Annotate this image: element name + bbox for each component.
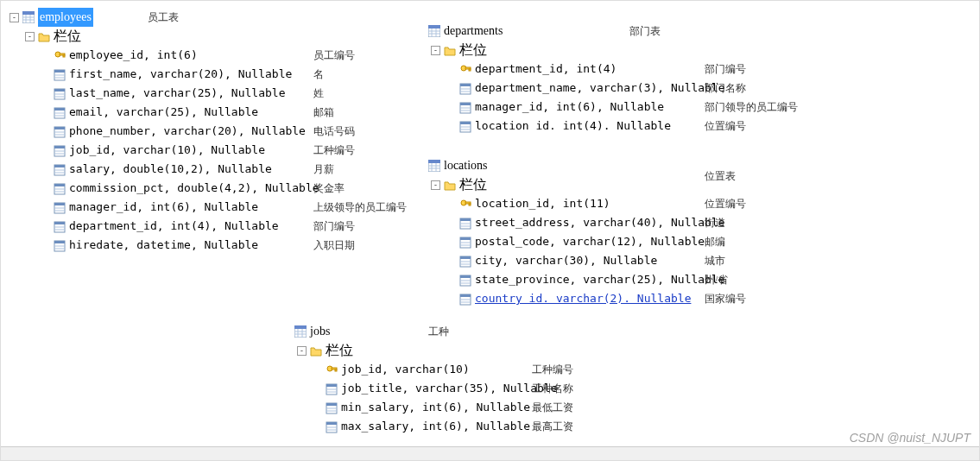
column-def[interactable]: manager_id, int(6), Nullable [69, 198, 258, 217]
column-desc: 部门领导的员工编号 [705, 98, 798, 117]
table-locations[interactable]: locations [444, 156, 488, 175]
column-desc: 工种编号 [313, 141, 407, 160]
folder-columns[interactable]: 栏位 [459, 175, 487, 194]
column-desc: 电话号码 [313, 122, 407, 141]
column-icon [459, 293, 471, 305]
table-desc: 工种 [428, 322, 449, 341]
column-desc: 员工编号 [313, 46, 407, 65]
expander-minus-icon[interactable]: - [25, 32, 35, 41]
column-desc: 城市 [705, 251, 746, 270]
column-icon [459, 101, 471, 113]
column-icon [54, 239, 66, 251]
column-def[interactable]: manager_id, int(6), Nullable [475, 98, 664, 117]
column-def[interactable]: city, varchar(30), Nullable [475, 251, 657, 270]
column-desc: 国家编号 [705, 289, 746, 308]
expander-minus-icon[interactable]: - [431, 180, 440, 190]
column-def[interactable]: max_salary, int(6), Nullable [341, 417, 530, 436]
column-def[interactable]: commission_pct, double(4,2), Nullable [69, 179, 319, 198]
key-icon [459, 63, 471, 75]
table-icon [22, 11, 35, 23]
column-def[interactable]: phone_number, varchar(20), Nullable [69, 122, 306, 141]
column-def[interactable]: job_id, varchar(10), Nullable [69, 141, 265, 160]
column-def[interactable]: hiredate, datetime, Nullable [69, 236, 258, 255]
column-def[interactable]: min_salary, int(6), Nullable [341, 398, 530, 417]
column-icon [326, 382, 338, 395]
column-icon [54, 220, 66, 232]
watermark: CSDN @nuist_NJUPT [850, 431, 971, 445]
column-icon [54, 144, 66, 156]
key-icon [54, 49, 66, 61]
table-icon [428, 25, 440, 37]
table-employees[interactable]: employees [38, 8, 93, 27]
column-icon [459, 120, 471, 132]
table-departments[interactable]: departments [444, 22, 503, 41]
column-icon [459, 236, 471, 248]
table-icon [428, 160, 440, 172]
column-def[interactable]: postal_code, varchar(12), Nullable [475, 232, 705, 251]
column-def[interactable]: country id. varchar(2). Nullable [475, 289, 691, 308]
expander-minus-icon[interactable]: - [297, 346, 307, 356]
table-icon [294, 325, 307, 338]
column-icon [326, 420, 338, 433]
column-desc: 名 [313, 65, 407, 84]
folder-columns[interactable]: 栏位 [459, 41, 487, 60]
column-desc: 部门名称 [705, 79, 798, 98]
column-desc: 入职日期 [313, 236, 407, 255]
column-desc: 州/省 [705, 270, 746, 289]
expander-minus-icon[interactable]: - [9, 13, 19, 22]
column-def[interactable]: job_id, varchar(10) [341, 360, 470, 379]
column-def[interactable]: department_id, int(4), Nullable [69, 217, 279, 236]
column-desc: 奖金率 [313, 179, 407, 198]
column-desc: 街道 [705, 213, 746, 232]
column-icon [54, 106, 66, 118]
column-icon [459, 217, 471, 229]
column-icon [459, 82, 471, 94]
column-desc: 部门编号 [705, 60, 798, 79]
table-desc: 位置表 [705, 167, 736, 186]
column-desc: 月薪 [313, 160, 407, 179]
folder-icon [444, 179, 456, 191]
column-def[interactable]: email, varchar(25), Nullable [69, 103, 258, 122]
column-def[interactable]: location id. int(4). Nullable [475, 117, 671, 136]
column-def[interactable]: department_id, int(4) [475, 60, 616, 79]
column-desc: 工种名称 [532, 379, 573, 398]
column-icon [459, 274, 471, 286]
folder-columns[interactable]: 栏位 [326, 341, 353, 360]
column-def[interactable]: salary, double(10,2), Nullable [69, 160, 272, 179]
column-desc: 姓 [313, 84, 407, 103]
column-icon [459, 255, 471, 267]
column-def[interactable]: job_title, varchar(35), Nullable [341, 379, 557, 398]
folder-icon [310, 344, 322, 357]
column-desc: 邮编 [705, 232, 746, 251]
column-icon [54, 68, 66, 80]
column-icon [54, 87, 66, 99]
folder-icon [444, 44, 456, 56]
column-def[interactable]: street_address, varchar(40), Nullable [475, 213, 725, 232]
column-desc: 部门编号 [313, 217, 407, 236]
column-icon [54, 182, 66, 194]
column-desc: 工种编号 [532, 360, 573, 379]
column-def[interactable]: first_name, varchar(20), Nullable [69, 65, 292, 84]
key-icon [459, 198, 471, 210]
expander-minus-icon[interactable]: - [431, 46, 440, 55]
table-jobs[interactable]: jobs [310, 322, 330, 341]
table-desc: 部门表 [629, 22, 661, 41]
key-icon [326, 363, 338, 376]
column-def[interactable]: department_name, varchar(3), Nullable [475, 79, 725, 98]
column-desc: 位置编号 [705, 194, 746, 213]
folder-columns[interactable]: 栏位 [54, 27, 81, 46]
column-def[interactable]: last_name, varchar(25), Nullable [69, 84, 285, 103]
column-icon [326, 401, 338, 414]
column-def[interactable]: employee_id, int(6) [69, 46, 198, 65]
status-bar [1, 446, 979, 460]
column-desc: 最高工资 [532, 417, 573, 436]
column-def[interactable]: location_id, int(11) [475, 194, 610, 213]
column-icon [54, 163, 66, 175]
column-icon [54, 125, 66, 137]
table-desc: 员工表 [148, 8, 179, 27]
column-desc: 位置编号 [705, 117, 798, 136]
column-icon [54, 201, 66, 213]
column-def[interactable]: state_province, varchar(25), Nullable [475, 270, 725, 289]
column-desc: 邮箱 [313, 103, 407, 122]
column-desc: 最低工资 [532, 398, 573, 417]
